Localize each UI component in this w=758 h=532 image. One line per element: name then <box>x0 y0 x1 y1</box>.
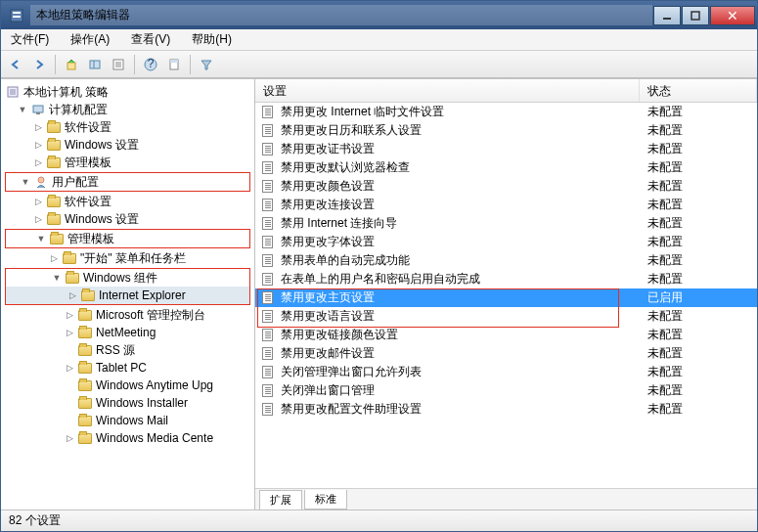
tab-extended[interactable]: 扩展 <box>259 490 302 510</box>
list-row[interactable]: 禁用更改字体设置未配置 <box>255 233 757 251</box>
tree-item[interactable]: ▷Tablet PC <box>3 359 252 377</box>
row-status: 未配置 <box>640 364 757 380</box>
list-row[interactable]: 禁用更改 Internet 临时文件设置未配置 <box>255 103 757 121</box>
expander-blank <box>64 415 75 426</box>
expander-icon[interactable]: ▷ <box>32 196 44 207</box>
list-row[interactable]: 禁用 Internet 连接向导未配置 <box>255 214 757 233</box>
maximize-button[interactable] <box>682 6 709 25</box>
up-button[interactable] <box>61 54 82 75</box>
tree-item[interactable]: Windows Mail <box>3 412 252 429</box>
svg-rect-1 <box>13 12 21 14</box>
expander-icon[interactable]: ▷ <box>67 289 78 301</box>
expander-icon[interactable]: ▷ <box>48 252 60 264</box>
tree-item[interactable]: ▷NetMeeting <box>3 324 252 341</box>
back-button[interactable] <box>5 54 26 75</box>
tree-label: Windows 设置 <box>65 211 139 228</box>
tree-admin-templates[interactable]: ▼管理模板 <box>6 230 249 247</box>
row-status: 已启用 <box>640 289 757 306</box>
expander-icon[interactable]: ▷ <box>64 432 75 444</box>
tab-standard[interactable]: 标准 <box>304 490 347 510</box>
menu-view[interactable]: 查看(V) <box>127 29 174 50</box>
list-row[interactable]: 禁用更改颜色设置未配置 <box>255 177 757 196</box>
titlebar[interactable]: 本地组策略编辑器 ✕ <box>1 1 757 29</box>
help-button[interactable]: ? <box>140 54 161 75</box>
tree-label: Windows Media Cente <box>96 431 213 445</box>
tree-item[interactable]: ▷Windows 设置 <box>3 210 252 228</box>
list-row[interactable]: 在表单上的用户名和密码启用自动完成未配置 <box>255 270 757 288</box>
tree-pane[interactable]: 本地计算机 策略 ▼ 计算机配置 ▷软件设置 ▷Windows 设置 ▷管理模板… <box>1 79 255 510</box>
tree-item[interactable]: Windows Installer <box>3 394 252 412</box>
row-status: 未配置 <box>640 252 757 269</box>
window-title: 本地组策略编辑器 <box>30 5 652 25</box>
row-text: 在表单上的用户名和密码启用自动完成 <box>279 271 640 288</box>
expander-icon[interactable]: ▼ <box>17 104 28 115</box>
tree-label: Windows Installer <box>96 396 188 410</box>
expander-icon[interactable]: ▼ <box>35 233 47 244</box>
list-row[interactable]: 禁用更改配置文件助理设置未配置 <box>255 400 757 419</box>
forward-button[interactable] <box>28 54 50 75</box>
menu-action[interactable]: 操作(A) <box>67 29 113 50</box>
list-row[interactable]: 禁用更改证书设置未配置 <box>255 140 757 158</box>
tree-user-config[interactable]: ▼ 用户配置 <box>6 173 249 191</box>
tree-computer-config[interactable]: ▼ 计算机配置 <box>3 101 252 118</box>
list-row[interactable]: 禁用更改主页设置已启用 <box>255 288 757 307</box>
tree-item[interactable]: ▷管理模板 <box>3 154 252 171</box>
expander-icon[interactable]: ▷ <box>64 327 75 338</box>
expander-icon[interactable]: ▷ <box>32 121 44 133</box>
list-row[interactable]: 关闭弹出窗口管理未配置 <box>255 381 757 400</box>
expander-icon[interactable]: ▷ <box>32 139 44 151</box>
expander-icon[interactable]: ▼ <box>20 176 31 188</box>
setting-icon <box>259 384 275 398</box>
list-body[interactable]: 禁用更改 Internet 临时文件设置未配置禁用更改日历和联系人设置未配置禁用… <box>255 103 757 488</box>
show-hide-tree-button[interactable] <box>84 54 106 75</box>
tree-item[interactable]: ▷Windows 设置 <box>3 136 252 154</box>
list-row[interactable]: 禁用更改日历和联系人设置未配置 <box>255 121 757 140</box>
expander-icon[interactable]: ▼ <box>51 272 63 284</box>
tree-item[interactable]: ▷"开始" 菜单和任务栏 <box>3 249 252 267</box>
row-text: 禁用表单的自动完成功能 <box>279 252 640 269</box>
tree-item[interactable]: ▷软件设置 <box>3 193 252 210</box>
tree-item[interactable]: ▷软件设置 <box>3 118 252 136</box>
column-setting[interactable]: 设置 <box>255 79 640 102</box>
expander-icon[interactable]: ▷ <box>32 156 44 168</box>
list-row[interactable]: 禁用更改语言设置未配置 <box>255 307 757 326</box>
filter-button[interactable] <box>196 54 217 75</box>
expander-icon[interactable]: ▷ <box>64 309 75 321</box>
setting-icon <box>259 106 275 119</box>
row-text: 禁用更改颜色设置 <box>279 178 640 195</box>
minimize-button[interactable] <box>653 6 681 25</box>
column-status[interactable]: 状态 <box>640 79 757 102</box>
folder-icon <box>49 232 65 245</box>
menu-file[interactable]: 文件(F) <box>7 29 53 50</box>
list-row[interactable]: 禁用表单的自动完成功能未配置 <box>255 251 757 270</box>
list-row[interactable]: 关闭管理弹出窗口允许列表未配置 <box>255 363 757 381</box>
setting-icon <box>259 124 275 138</box>
refresh-button[interactable] <box>108 54 129 75</box>
menu-help[interactable]: 帮助(H) <box>188 29 236 50</box>
tree-label: Internet Explorer <box>99 288 186 302</box>
tree-item[interactable]: ▷Microsoft 管理控制台 <box>3 306 252 324</box>
tree-item[interactable]: RSS 源 <box>3 341 252 359</box>
tree-internet-explorer[interactable]: ▷Internet Explorer <box>6 287 249 304</box>
list-row[interactable]: 禁用更改默认浏览器检查未配置 <box>255 158 757 177</box>
row-status: 未配置 <box>640 122 757 139</box>
expander-icon[interactable]: ▷ <box>32 213 44 225</box>
list-row[interactable]: 禁用更改链接颜色设置未配置 <box>255 326 757 344</box>
folder-icon <box>77 396 93 410</box>
tree-item[interactable]: Windows Anytime Upg <box>3 377 252 394</box>
svg-rect-4 <box>691 12 699 20</box>
setting-icon <box>259 217 275 231</box>
tree-windows-components[interactable]: ▼Windows 组件 <box>6 269 249 287</box>
setting-icon <box>259 254 275 268</box>
tree-root[interactable]: 本地计算机 策略 <box>3 83 252 101</box>
tree-item[interactable]: ▷Windows Media Cente <box>3 429 252 447</box>
properties-button[interactable] <box>163 54 185 75</box>
list-row[interactable]: 禁用更改连接设置未配置 <box>255 196 757 214</box>
app-icon <box>9 8 24 23</box>
expander-icon[interactable]: ▷ <box>64 362 75 374</box>
tree-label: NetMeeting <box>96 326 156 339</box>
tree-label: Tablet PC <box>96 361 147 375</box>
tree-label: Windows Anytime Upg <box>96 378 213 392</box>
list-row[interactable]: 禁用更改邮件设置未配置 <box>255 344 757 363</box>
close-button[interactable]: ✕ <box>710 6 755 25</box>
